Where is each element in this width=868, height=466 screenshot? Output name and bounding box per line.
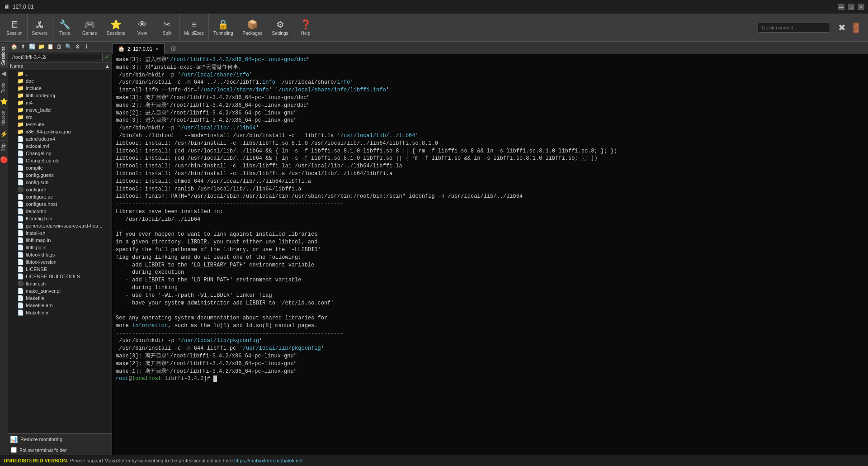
list-item[interactable]: 📄 libffi.map.in (8, 237, 112, 244)
item-name: libtool-version (26, 259, 57, 265)
file-filter-button[interactable]: 🔍 (64, 43, 72, 51)
list-item[interactable]: 📄 configure.host (8, 200, 112, 208)
list-item[interactable]: 📄 install-sh (8, 229, 112, 237)
list-item[interactable]: 📁 m4 (8, 99, 112, 106)
file-newfolder-button[interactable]: 📁 (37, 43, 45, 51)
file-icon: 📄 (17, 201, 24, 207)
file-icon: 📄 (17, 157, 24, 164)
list-item[interactable]: 📄 ChangeLog (8, 150, 112, 157)
list-item[interactable]: 📄 ChangeLog.old (8, 157, 112, 164)
item-name: doc (26, 78, 34, 84)
macros-panel-tab[interactable]: Macros (0, 108, 8, 128)
terminal[interactable]: make[3]: 进入目录"/root/libffi-3.4.2/x86_64-… (112, 54, 868, 455)
servers-label: Servers (32, 31, 47, 36)
toolbar-sessions[interactable]: ⭐ Sessions (102, 14, 130, 41)
item-name: Makefile.am (26, 303, 52, 308)
toolbar-servers[interactable]: 🖧 Servers (28, 14, 52, 41)
item-name: libtool-ldflags (26, 252, 55, 257)
list-item[interactable]: 📄 depcomp (8, 208, 112, 215)
sessions-panel-tab[interactable]: Sessions (0, 43, 8, 68)
macros-icon[interactable]: ⚡ (0, 128, 9, 139)
quickconnect-input[interactable] (758, 23, 830, 33)
new-tab-button[interactable]: ⚙ (167, 43, 179, 54)
list-item[interactable]: 📄 configure.ac (8, 193, 112, 200)
file-icon: 📄 (17, 237, 24, 243)
list-item[interactable]: 📁 libffi.xodeproj (8, 92, 112, 99)
file-up-button[interactable]: ⬆ (19, 43, 27, 51)
tab-127001[interactable]: 🏠 2. 127.0.01 ✕ (112, 43, 165, 54)
toolbar-packages[interactable]: 📦 Packages (238, 14, 268, 41)
toolbar-settings[interactable]: ⚙ Settings (267, 14, 293, 41)
list-item[interactable]: 📁 src (8, 114, 112, 121)
sftp-panel-tab[interactable]: Sftp (0, 140, 8, 154)
main-area: Sessions ◀ Tools ⭐ Macros ⚡ Sftp 🔴 🏠 ⬆ 🔄… (0, 42, 868, 455)
list-item[interactable]: 📄 libffi.pc.in (8, 244, 112, 251)
item-name: compile (26, 165, 43, 171)
tab-home-icon: 🏠 (118, 46, 125, 52)
item-name: fficonfig.h.in (26, 216, 52, 221)
list-item[interactable]: 📄 LICENSE (8, 266, 112, 273)
list-item[interactable]: 📄 Makefile.in (8, 309, 112, 316)
path-input[interactable]: /root/libffi-3.4.2/ (10, 53, 103, 61)
tools-label: Tools (59, 31, 70, 36)
list-item[interactable]: 📄 fficonfig.h.in (8, 215, 112, 222)
exec-icon: ⚫ (17, 281, 24, 287)
list-item[interactable]: 📄 aclocal.m4 (8, 143, 112, 150)
terminal-line: make[2]: 离开目录"/root/libffi-3.4.2/x86_64-… (116, 102, 864, 109)
list-item[interactable]: 📁 include (8, 85, 112, 92)
list-item[interactable]: 📁 x86_64-pc-linux-gnu (8, 128, 112, 135)
item-name: testsuite (26, 122, 44, 127)
toolbar-tunneling[interactable]: 🔒 Tunneling (209, 14, 238, 41)
maximize-button[interactable]: □ (848, 4, 854, 10)
toolbar-games[interactable]: 🎮 Games (77, 14, 102, 41)
star-icon[interactable]: ⭐ (0, 96, 9, 107)
list-item[interactable]: 📄 Makefile (8, 295, 112, 302)
list-item[interactable]: ⚫ configure (8, 186, 112, 193)
toolbar-tools[interactable]: 🔧 Tools (52, 14, 77, 41)
item-name: configure (26, 187, 46, 192)
status-link[interactable]: https://mobaxterm.mobatek.net (234, 458, 303, 463)
terminal-line (116, 307, 864, 314)
tab-close-icon[interactable]: ✕ (155, 47, 159, 52)
terminal-line: libtool: install: ranlib /usr/local/lib/… (116, 185, 864, 193)
list-item[interactable]: 📁 testsuite (8, 121, 112, 128)
list-item[interactable]: 📄 libtool-version (8, 258, 112, 266)
file-copy-button[interactable]: 📋 (46, 43, 54, 51)
list-item[interactable]: 📁 msvc_build (8, 106, 112, 114)
file-info-button[interactable]: ℹ (82, 43, 90, 51)
follow-terminal-checkbox[interactable] (11, 447, 17, 453)
xserver-icon[interactable]: ✖ (838, 22, 846, 33)
tools-panel-tab[interactable]: Tools (0, 80, 8, 96)
list-item[interactable]: 📄 libtool-ldflags (8, 251, 112, 258)
list-item[interactable]: 📄 Makefile.am (8, 302, 112, 309)
file-icon: 📄 (17, 259, 24, 265)
list-item[interactable]: 📁 doc (8, 77, 112, 85)
sftp-icon[interactable]: 🔴 (0, 154, 9, 165)
minimize-button[interactable]: — (838, 4, 844, 10)
file-settings-button[interactable]: ⚙ (73, 43, 81, 51)
toolbar-view[interactable]: 👁 View (130, 14, 155, 41)
list-item[interactable]: 📄 config.sub (8, 179, 112, 186)
list-item[interactable]: 📁 .. (8, 70, 112, 77)
file-refresh-button[interactable]: 🔄 (28, 43, 36, 51)
toolbar-multiexec[interactable]: ≡ MultiExec (180, 14, 209, 41)
split-label: Split (163, 31, 171, 36)
file-delete-button[interactable]: 🗑 (55, 43, 63, 51)
toolbar-help[interactable]: ❓ Help (293, 14, 318, 41)
list-item[interactable]: 📄 generate-darwin-source-and-hea... (8, 222, 112, 229)
terminal-prompt: root@localhost libffi-3.4.2]# (116, 375, 864, 383)
item-name: src (26, 114, 33, 120)
list-item[interactable]: 📄 acinclude.m4 (8, 135, 112, 143)
exit-icon[interactable]: 🚪 (850, 22, 862, 33)
list-item[interactable]: 📄 LICENSE-BUILDTOOLS (8, 273, 112, 280)
list-item[interactable]: 📄 make_sunver.pl (8, 287, 112, 295)
toolbar-session[interactable]: 🖥 Session (2, 14, 28, 41)
list-item[interactable]: 📄 compile (8, 164, 112, 171)
remote-monitor-button[interactable]: 📊 Remote monitoring (8, 433, 112, 445)
list-item[interactable]: ⚫ ltmain.sh (8, 280, 112, 287)
list-item[interactable]: 📄 config.guess (8, 171, 112, 179)
close-button[interactable]: ✕ (858, 4, 864, 10)
file-home-button[interactable]: 🏠 (10, 43, 18, 51)
toolbar-split[interactable]: ✂ Split (155, 14, 180, 41)
sessions-back-icon[interactable]: ◀ (0, 68, 7, 79)
